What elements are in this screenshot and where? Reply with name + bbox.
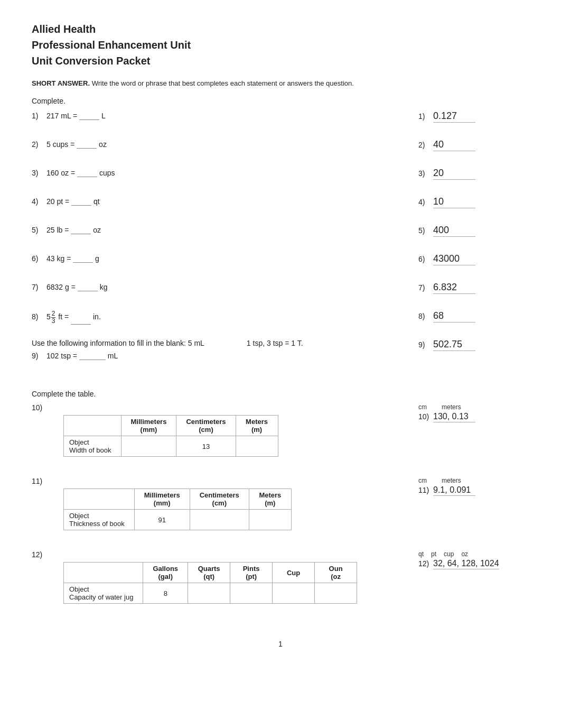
- answer-12-container: qt pt cup oz 12) 32, 64, 128, 1024: [418, 550, 529, 576]
- answer-12-value: 32, 64, 128, 1024: [433, 559, 499, 569]
- answer-11-value: 9.1, 0.091: [433, 485, 475, 496]
- problem-3-num: 3): [32, 169, 46, 177]
- table-11-data-row: ObjectThickness of book 91: [64, 510, 292, 530]
- problem-8-num: 8): [32, 312, 46, 321]
- table-10-header-row: Millimeters(mm) Centimeters(cm) Meters(m…: [64, 416, 278, 436]
- problem-9-info-left: Use the following information to fill in…: [32, 339, 204, 347]
- problem-3-text: 160 oz = cups: [46, 168, 403, 177]
- table-10-m-cell: [236, 436, 278, 457]
- problem-9-container: Use the following information to fill in…: [32, 339, 529, 379]
- problem-1-text: 217 mL = L: [46, 110, 403, 120]
- answer-5-value: 400: [433, 225, 475, 237]
- answer-12-label-pt: pt: [431, 550, 436, 558]
- table-12-col-obj: [64, 563, 143, 583]
- answer-9-num: 9): [418, 340, 433, 349]
- table-10-left: 10) Millimeters(mm) Centimeters(cm) Mete…: [32, 403, 413, 461]
- problem-9-info: Use the following information to fill in…: [32, 339, 403, 347]
- answer-12-label-qt: qt: [418, 550, 424, 558]
- answer-12-labels: qt pt cup oz: [418, 550, 529, 558]
- table-11-num: 11): [32, 477, 403, 485]
- answer-10-labels: cm meters: [418, 403, 529, 411]
- page-number: 1: [278, 640, 283, 648]
- problem-2-blank[interactable]: [77, 139, 97, 149]
- table-11: Millimeters(mm) Centimeters(cm) Meters(m…: [63, 489, 292, 530]
- problem-7-num: 7): [32, 283, 46, 291]
- table-12-pt-cell: [230, 583, 273, 604]
- answer-3-num: 3): [418, 169, 433, 178]
- problem-6-num: 6): [32, 254, 46, 263]
- table-11-object-label: ObjectThickness of book: [64, 510, 135, 530]
- problem-9-blank[interactable]: [79, 351, 106, 360]
- table-10-col-cm: Centimeters(cm): [176, 416, 236, 436]
- answer-3-value: 20: [433, 168, 475, 180]
- answer-2: 2) 40: [418, 139, 529, 156]
- table-12-header-row: Gallons(gal) Quarts(qt) Pints(pt) Cup Ou…: [64, 563, 357, 583]
- table-12-col-qt: Quarts(qt): [188, 563, 230, 583]
- problem-9-section: Use the following information to fill in…: [32, 339, 529, 379]
- table-10-col-obj: [64, 416, 121, 436]
- problem-1: 1) 217 mL = L: [32, 110, 403, 127]
- problem-9-right: 9) 502.75: [413, 339, 529, 379]
- table-10-num: 10): [32, 403, 403, 412]
- answer-6-num: 6): [418, 255, 433, 263]
- instruction-label: SHORT ANSWER.: [32, 79, 90, 87]
- problem-8-blank[interactable]: [71, 315, 91, 325]
- answer-10: 10) 130, 0.13: [418, 412, 529, 429]
- problem-4-num: 4): [32, 197, 46, 206]
- answer-6: 6) 43000: [418, 253, 529, 270]
- page-footer: 1: [32, 640, 529, 648]
- table-12-col-oz: Oun(oz: [315, 563, 357, 583]
- problem-5-blank[interactable]: [71, 225, 91, 234]
- answer-9-value: 502.75: [433, 339, 475, 351]
- section-complete-label: Complete.: [32, 97, 529, 105]
- problem-4-blank[interactable]: [71, 196, 91, 206]
- problem-7-text: 6832 g = kg: [46, 282, 403, 291]
- problem-9-text: 102 tsp = mL: [46, 351, 403, 360]
- table-12-oz-cell: [315, 583, 357, 604]
- table-12-gal-cell: 8: [143, 583, 188, 604]
- table-11-header-row: Millimeters(mm) Centimeters(cm) Meters(m…: [64, 489, 292, 510]
- answer-1-num: 1): [418, 112, 433, 121]
- problem-9-num: 9): [32, 352, 46, 360]
- table-10-col-mm: Millimeters(mm): [121, 416, 176, 436]
- answer-10-container: cm meters 10) 130, 0.13: [418, 403, 529, 429]
- table-12-left: 12) Gallons(gal) Quarts(qt) Pints(pt) Cu…: [32, 550, 413, 608]
- answer-11-num: 11): [418, 486, 433, 494]
- table-12-data-row: ObjectCapacity of water jug 8: [64, 583, 357, 604]
- answer-8-value: 68: [433, 310, 475, 322]
- table-10-right: cm meters 10) 130, 0.13: [413, 403, 529, 461]
- problem-7-blank[interactable]: [78, 282, 98, 291]
- title-line3: Unit Conversion Packet: [32, 53, 529, 69]
- problem-6-blank[interactable]: [73, 253, 93, 263]
- answer-11-label-meters: meters: [442, 477, 461, 484]
- problem-2-text: 5 cups = oz: [46, 139, 403, 149]
- answer-5-num: 5): [418, 226, 433, 235]
- answer-12: 12) 32, 64, 128, 1024: [418, 559, 529, 576]
- table-10-data-row: ObjectWidth of book 13: [64, 436, 278, 457]
- answer-11-label-cm: cm: [418, 477, 427, 484]
- problem-1-blank[interactable]: [79, 110, 99, 120]
- answer-10-label-cm: cm: [418, 403, 427, 411]
- problem-1-num: 1): [32, 112, 46, 120]
- table-12-cup-cell: [273, 583, 315, 604]
- table-11-col-mm: Millimeters(mm): [134, 489, 190, 510]
- table-10-col-m: Meters(m): [236, 416, 278, 436]
- answer-12-label-oz: oz: [461, 550, 468, 558]
- table-12-section: 12) Gallons(gal) Quarts(qt) Pints(pt) Cu…: [32, 550, 529, 608]
- answer-8: 8) 68: [418, 310, 529, 327]
- answers-right-column: 1) 0.127 2) 40 3) 20 4) 10 5) 400 6) 430…: [413, 110, 529, 339]
- answer-3: 3) 20: [418, 168, 529, 185]
- problem-5-text: 25 lb = oz: [46, 225, 403, 234]
- answer-1-value: 0.127: [433, 110, 475, 123]
- problem-3-blank[interactable]: [77, 168, 97, 177]
- answer-4: 4) 10: [418, 196, 529, 213]
- table-12-object-label: ObjectCapacity of water jug: [64, 583, 143, 604]
- instruction-text: Write the word or phrase that best compl…: [92, 79, 354, 87]
- answer-7-num: 7): [418, 283, 433, 292]
- problem-5: 5) 25 lb = oz: [32, 225, 403, 242]
- problem-6: 6) 43 kg = g: [32, 253, 403, 270]
- table-12-num: 12): [32, 550, 403, 559]
- problems-left-column: 1) 217 mL = L 2) 5 cups = oz 3) 160 oz =…: [32, 110, 413, 339]
- answer-6-value: 43000: [433, 253, 475, 265]
- answer-11-container: cm meters 11) 9.1, 0.091: [418, 477, 529, 502]
